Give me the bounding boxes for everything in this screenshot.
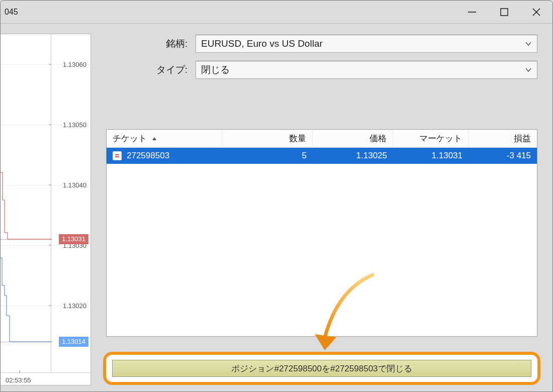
col-price[interactable]: 価格 xyxy=(313,130,393,147)
chevron-down-icon xyxy=(525,40,532,47)
cell-price: 1.13025 xyxy=(356,151,387,161)
chevron-down-icon xyxy=(525,66,532,73)
cell-volume: 5 xyxy=(302,151,307,161)
close-position-button[interactable]: ポジション#272598500を#272598503で閉じる xyxy=(112,360,531,377)
window-title: 045 xyxy=(1,8,18,17)
close-icon xyxy=(532,8,540,16)
svg-rect-1 xyxy=(501,9,508,16)
maximize-button[interactable] xyxy=(488,1,520,24)
table-row[interactable]: 272598503 5 1.13025 1.13031 -3 415 xyxy=(107,148,537,164)
positions-table[interactable]: チケット 数量 価格 マーケット 損益 272598503 5 1.13025 … xyxy=(106,129,537,337)
cell-ticket: 272598503 xyxy=(127,151,169,161)
symbol-select[interactable]: EURUSD, Euro vs US Dollar xyxy=(196,35,537,53)
chart-price-bid: 1.13014 xyxy=(59,337,88,347)
type-label: タイプ: xyxy=(106,63,196,76)
close-window-button[interactable] xyxy=(520,1,552,24)
chart-ylabel: 1.13040 xyxy=(63,181,86,189)
cell-pl: -3 415 xyxy=(507,151,531,161)
chart-ylabel: 1.13020 xyxy=(63,302,86,310)
svg-marker-4 xyxy=(152,137,156,140)
minimize-icon xyxy=(468,8,476,16)
maximize-icon xyxy=(500,8,508,16)
col-market[interactable]: マーケット xyxy=(393,130,469,147)
col-volume[interactable]: 数量 xyxy=(222,130,313,147)
symbol-select-value: EURUSD, Euro vs US Dollar xyxy=(201,38,323,49)
chart-xlabel: 02:53:55 xyxy=(6,376,31,384)
chart-price-ask: 1.13031 xyxy=(59,234,88,244)
symbol-label: 銘柄: xyxy=(106,37,196,50)
chart-ylabel: 1.13050 xyxy=(63,121,86,129)
sort-asc-icon xyxy=(152,136,157,141)
close-position-highlight: ポジション#272598500を#272598503で閉じる xyxy=(103,352,540,385)
chart-ylabel: 1.13060 xyxy=(63,61,86,68)
type-select-value: 閉じる xyxy=(201,63,230,76)
cell-market: 1.13031 xyxy=(432,151,463,161)
col-ticket[interactable]: チケット xyxy=(107,130,222,147)
type-select[interactable]: 閉じる xyxy=(196,61,537,79)
minimize-button[interactable] xyxy=(456,1,488,24)
chart-series xyxy=(1,34,52,374)
window-titlebar: 045 xyxy=(1,1,552,24)
col-pl[interactable]: 損益 xyxy=(469,130,537,147)
position-icon xyxy=(113,151,122,160)
price-chart: 1.13060 1.13050 1.13040 1.13030 1.13020 … xyxy=(1,34,91,385)
